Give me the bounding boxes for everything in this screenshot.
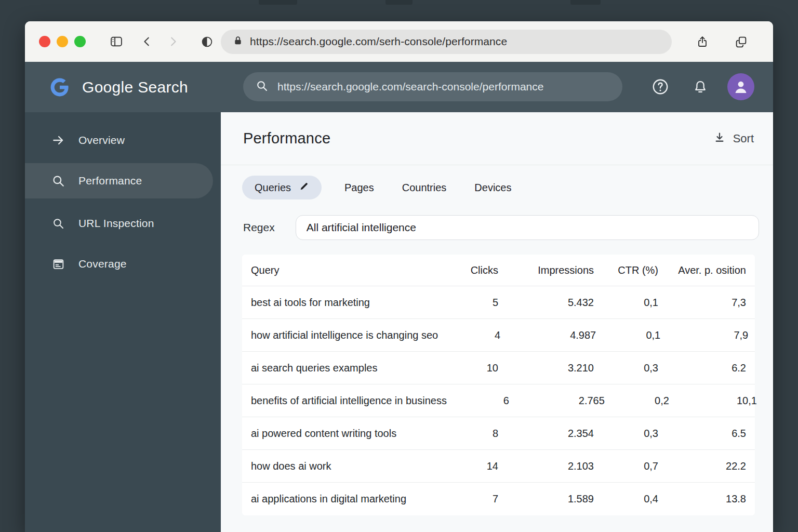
position-cell: 6.5 (658, 428, 746, 440)
ctr-cell: 0,2 (605, 395, 669, 407)
browser-window: https://search.google.com/serh-console/p… (25, 21, 773, 532)
table-row[interactable]: ai powered content writing tools 8 2.354… (242, 417, 755, 450)
back-icon[interactable] (141, 35, 153, 48)
ctr-cell: 0,3 (594, 362, 658, 374)
table-row[interactable]: best ai tools for marketing 5 5.432 0,1 … (242, 286, 755, 319)
impressions-cell: 4.987 (500, 329, 596, 341)
sidebar-item-overview[interactable]: Overview (25, 123, 221, 158)
impressions-cell: 3.210 (498, 362, 594, 374)
impressions-cell: 2.765 (509, 395, 605, 407)
clicks-cell: 6 (447, 395, 509, 407)
regex-label: Regex (243, 221, 275, 234)
tab-queries[interactable]: Queries (242, 176, 322, 200)
app-search-value: https://search.google.com/search-console… (277, 81, 543, 93)
app-search-bar[interactable]: https://search.google.com/search-console… (243, 72, 622, 101)
page-header: Performance Sort (221, 112, 773, 165)
queries-table: Query Clicks Impressions CTR (%) Aver. p… (242, 255, 755, 515)
query-cell: ai search queries examples (251, 362, 436, 374)
table-row[interactable]: ai applications in digital marketing 7 1… (242, 483, 755, 515)
table-row[interactable]: how artificial intelligence is changing … (242, 319, 755, 352)
zoom-window-button[interactable] (74, 36, 86, 47)
position-cell: 6.2 (658, 362, 746, 374)
clicks-cell: 7 (436, 493, 498, 505)
close-window-button[interactable] (39, 36, 50, 47)
ctr-cell: 0,1 (594, 297, 658, 309)
impressions-cell: 2.354 (498, 428, 594, 440)
position-cell: 10,1 (669, 395, 757, 407)
contrast-icon[interactable] (201, 35, 214, 48)
clicks-cell: 5 (436, 297, 498, 309)
tab-devices[interactable]: Devices (469, 176, 516, 200)
sidebar-item-performance[interactable]: Performance (25, 163, 213, 198)
column-header-impressions[interactable]: Impressions (498, 264, 594, 276)
sidebar-item-label: Coverage (78, 258, 127, 270)
window-controls (39, 36, 86, 47)
sidebar-item-label: URL Inspection (78, 217, 154, 230)
address-bar[interactable]: https://search.google.com/serh-console/p… (221, 30, 672, 54)
query-cell: how artificial intelligence is changing … (251, 329, 438, 341)
avatar[interactable] (727, 73, 754, 100)
query-cell: best ai tools for marketing (251, 297, 436, 309)
search-icon (51, 174, 65, 188)
position-cell: 7,9 (660, 329, 748, 341)
minimize-window-button[interactable] (57, 36, 68, 47)
forward-icon[interactable] (167, 35, 179, 48)
main-content: Performance Sort Queries (221, 112, 773, 532)
clicks-cell: 10 (436, 362, 498, 374)
clicks-cell: 8 (436, 428, 498, 440)
ctr-cell: 0,7 (594, 460, 658, 472)
pencil-icon (299, 181, 309, 194)
sidebar-item-label: Performance (78, 175, 142, 187)
tab-bar: Queries Pages Countries Devices (242, 176, 773, 200)
position-cell: 22.2 (658, 460, 746, 472)
clicks-cell: 4 (438, 329, 500, 341)
google-g-logo[interactable] (50, 77, 70, 97)
sidebar: Overview Performance URL Inspection (25, 112, 221, 532)
query-cell: how does ai work (251, 460, 436, 472)
tab-label: Queries (255, 182, 291, 194)
clicks-cell: 14 (436, 460, 498, 472)
sidebar-item-url-inspection[interactable]: URL Inspection (25, 206, 221, 241)
app-header: Google Search https://search.google.com/… (25, 62, 773, 112)
browser-toolbar: https://search.google.com/serh-console/p… (25, 21, 773, 62)
coverage-card-icon (51, 258, 65, 271)
position-cell: 7,3 (658, 297, 746, 309)
address-bar-url: https://search.google.com/serh-console/p… (250, 35, 507, 48)
table-row[interactable]: ai search queries examples 10 3.210 0,3 … (242, 352, 755, 384)
ctr-cell: 0,3 (594, 428, 658, 440)
ctr-cell: 0,4 (594, 493, 658, 505)
tabs-icon[interactable] (735, 35, 748, 48)
column-header-ctr[interactable]: CTR (%) (594, 264, 658, 276)
desktop-tab-shadow (259, 0, 297, 5)
table-header-row: Query Clicks Impressions CTR (%) Aver. p… (242, 255, 755, 286)
column-header-query[interactable]: Query (251, 264, 436, 276)
table-row[interactable]: benefits of artificial intelligence in b… (242, 384, 755, 417)
sort-label: Sort (733, 132, 754, 145)
sort-button[interactable]: Sort (713, 131, 754, 146)
query-cell: benefits of artificial intelligence in b… (251, 395, 447, 407)
query-cell: ai applications in digital marketing (251, 493, 436, 505)
tab-label: Devices (474, 182, 511, 194)
app-title: Google Search (82, 78, 188, 96)
arrow-right-icon (51, 134, 65, 147)
tab-pages[interactable]: Pages (339, 176, 379, 200)
search-icon (51, 217, 65, 230)
column-header-clicks[interactable]: Clicks (436, 264, 498, 276)
help-icon[interactable] (651, 78, 669, 98)
impressions-cell: 5.432 (498, 297, 594, 309)
desktop-tab-shadow (570, 0, 601, 5)
tab-countries[interactable]: Countries (397, 176, 452, 200)
page-title: Performance (243, 130, 330, 147)
avatar-person-icon (732, 78, 750, 96)
regex-input[interactable] (296, 215, 759, 240)
column-header-position[interactable]: Aver. p. osition (658, 264, 746, 276)
share-icon[interactable] (696, 34, 709, 49)
tab-label: Countries (402, 182, 447, 194)
sidebar-item-coverage[interactable]: Coverage (25, 246, 221, 282)
bell-icon[interactable] (693, 79, 708, 98)
table-row[interactable]: how does ai work 14 2.103 0,7 22.2 (242, 450, 755, 483)
tab-label: Pages (344, 182, 374, 194)
sidebar-toggle-icon[interactable] (109, 34, 124, 49)
download-icon (713, 131, 726, 146)
impressions-cell: 2.103 (498, 460, 594, 472)
